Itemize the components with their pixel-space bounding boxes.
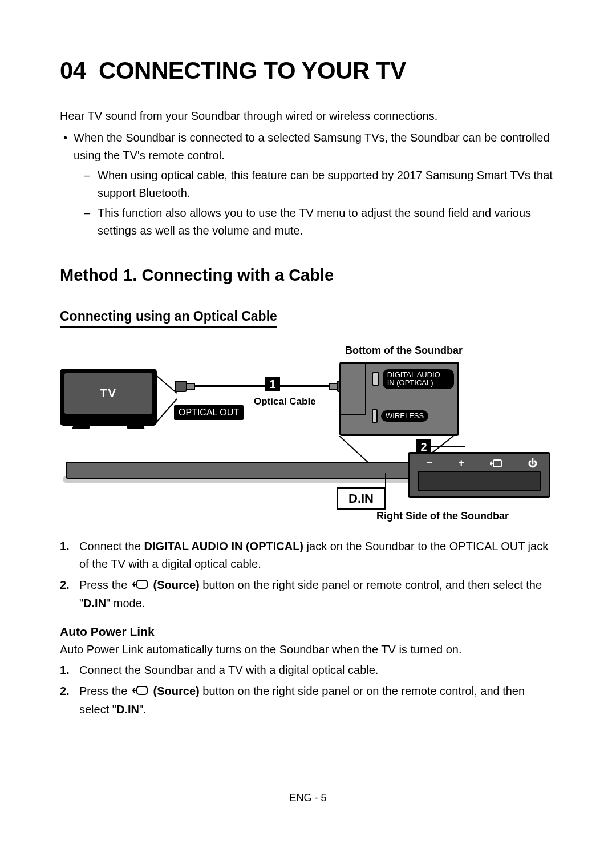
volume-up-icon: + [459,457,465,469]
source-icon [132,683,149,701]
wireless-jack-icon [372,409,378,423]
step-number: 2. [60,576,70,594]
dash-item: This function also allows you to use the… [98,204,556,242]
step-text-bold: D.IN [116,703,139,716]
svg-rect-9 [493,460,501,467]
optical-out-label: OPTICAL OUT [174,405,244,420]
step-text-bold: D.IN [83,597,106,609]
dash-item: When using optical cable, this feature c… [98,167,556,204]
step-item: 1. Connect the DIGITAL AUDIO IN (OPTICAL… [79,538,556,573]
method-heading: Method 1. Connecting with a Cable [60,266,556,285]
soundbar-body-icon [66,462,425,479]
connection-diagram: Bottom of the Soundbar TV OPTICAL OUT 1 … [60,345,556,522]
svg-rect-2 [175,381,187,391]
step-number: 1. [60,661,70,679]
optical-cable-label: Optical Cable [254,396,316,407]
svg-line-0 [157,376,177,393]
svg-rect-10 [137,580,147,588]
step-item: 2. Press the (Source) button on the righ… [79,683,556,718]
right-side-label: Right Side of the Soundbar [376,510,509,522]
intro-text: Hear TV sound from your Soundbar through… [60,107,556,124]
step-text-bold: (Source) [150,579,200,591]
optical-jack-icon [372,372,379,386]
page-footer: ENG - 5 [0,792,616,804]
volume-down-icon: − [427,457,433,469]
step-text: Press the [79,579,131,591]
source-button-icon [490,459,502,468]
power-icon: ⏻ [528,458,537,469]
svg-rect-11 [137,686,147,694]
svg-rect-5 [329,383,337,389]
tv-label: TV [64,373,152,414]
step-item: 1. Connect the Soundbar and a TV with a … [79,661,556,679]
auto-power-link-intro: Auto Power Link automatically turns on t… [60,641,556,658]
section-title: CONNECTING TO YOUR TV [99,57,406,84]
sub-heading: Connecting using an Optical Cable [60,309,277,328]
bullet-text: When the Soundbar is connected to a sele… [74,131,550,161]
digital-audio-in-label: DIGITAL AUDIO IN (OPTICAL) [383,369,454,389]
step-text-bold: (Source) [150,685,200,697]
step-text: " mode. [106,597,145,609]
step-badge-1: 1 [265,377,280,391]
optical-cable-icon [175,378,352,395]
step-text: Connect the [79,540,144,552]
step-text: ". [139,703,147,716]
soundbar-bottom-panel-icon: DIGITAL AUDIO IN (OPTICAL) WIRELESS [339,362,459,436]
soundbar-side-panel-icon: − + ⏻ [408,452,550,498]
auto-power-link-heading: Auto Power Link [60,625,556,639]
step-text-bold: DIGITAL AUDIO IN (OPTICAL) [144,540,303,552]
step-item: 2. Press the (Source) button on the righ… [79,576,556,612]
step-number: 2. [60,683,70,700]
section-number: 04 [60,57,86,84]
wireless-label: WIRELESS [381,410,428,422]
tv-icon: TV [60,369,157,426]
step-number: 1. [60,538,70,555]
display-readout: D.IN [337,487,386,510]
source-icon [132,577,149,595]
step-text: Connect the Soundbar and a TV with a dig… [79,664,378,676]
bottom-of-soundbar-label: Bottom of the Soundbar [345,345,463,357]
step-text: Press the [79,685,131,697]
page-title: 04 CONNECTING TO YOUR TV [60,57,556,84]
svg-rect-3 [187,383,194,389]
bullet-item: When the Soundbar is connected to a sele… [74,129,556,242]
